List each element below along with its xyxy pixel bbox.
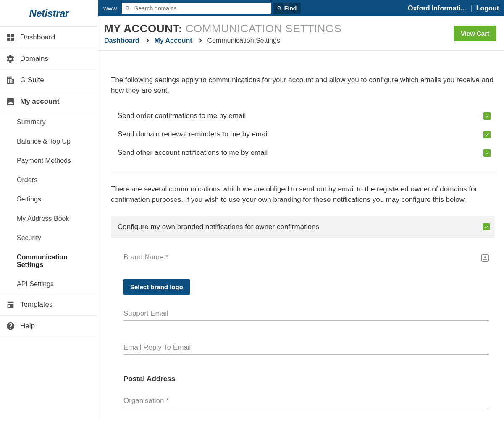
setting-label: Send order confirmations to me by email [118, 112, 483, 120]
contact-card-icon[interactable] [481, 254, 489, 262]
checkbox-checked-icon[interactable] [483, 131, 491, 138]
find-button[interactable]: Find [273, 3, 301, 14]
checkbox-checked-icon[interactable] [483, 223, 490, 230]
sidebar-sub-settings[interactable]: Settings [0, 190, 98, 209]
search-input[interactable] [122, 3, 271, 14]
view-cart-button[interactable]: View Cart [454, 26, 496, 41]
sidebar-sub-my-account: Summary Balance & Top Up Payment Methods… [0, 112, 98, 294]
help-icon [6, 322, 15, 331]
crumb-my-account[interactable]: My Account [154, 37, 192, 44]
logo[interactable]: Netistrar [0, 0, 98, 27]
templates-icon [6, 300, 15, 309]
sidebar-item-help[interactable]: Help [0, 316, 98, 337]
select-brand-logo-button[interactable]: Select brand logo [123, 279, 190, 295]
sidebar-item-label: My account [20, 97, 60, 106]
sidebar-item-templates[interactable]: Templates [0, 294, 98, 316]
intro-text: The following settings apply to communic… [111, 75, 495, 96]
sidebar-sub-summary[interactable]: Summary [0, 112, 98, 132]
page-title: MY ACCOUNT: COMMUNICATION SETTINGS [104, 22, 454, 35]
chevron-right-icon [145, 39, 149, 43]
sidebar-item-domains[interactable]: Domains [0, 48, 98, 70]
main-content: The following settings apply to communic… [98, 52, 504, 421]
sidebar-item-label: G Suite [20, 76, 44, 84]
search-wrap [122, 3, 271, 14]
sidebar-sub-orders[interactable]: Orders [0, 170, 98, 190]
account-name-link[interactable]: Oxford Informati... [408, 5, 466, 12]
search-icon [125, 5, 131, 11]
branding-form: Select brand logo Postal Address [111, 238, 495, 408]
page-header: MY ACCOUNT: COMMUNICATION SETTINGS Dashb… [98, 16, 504, 51]
sidebar: Netistrar Dashboard Domains G Suite My a… [0, 0, 98, 421]
sidebar-sub-address-book[interactable]: My Address Book [0, 209, 98, 228]
sidebar-item-my-account[interactable]: My account [0, 91, 98, 112]
checkbox-checked-icon[interactable] [483, 112, 491, 120]
organisation-input[interactable] [123, 394, 489, 408]
setting-other-notifications: Send other account notifications to me b… [111, 144, 495, 162]
building-icon [6, 76, 15, 85]
sidebar-sub-api-settings[interactable]: API Settings [0, 275, 98, 294]
crumb-dashboard[interactable]: Dashboard [104, 37, 139, 44]
sidebar-sub-payment-methods[interactable]: Payment Methods [0, 151, 98, 170]
branding-intro: There are several communications which w… [111, 184, 495, 205]
logout-link[interactable]: Logout [476, 5, 499, 12]
main-nav: Dashboard Domains G Suite My account Sum… [0, 27, 98, 337]
svg-rect-2 [7, 38, 10, 41]
topbar: www. Find Oxford Informati... | Logout [98, 0, 504, 16]
sidebar-sub-balance[interactable]: Balance & Top Up [0, 132, 98, 151]
brand-name-input[interactable] [123, 251, 477, 264]
divider [111, 173, 495, 173]
field-organisation [123, 394, 489, 408]
sidebar-sub-security[interactable]: Security [0, 228, 98, 248]
setting-label: Configure my own branded notifications f… [118, 223, 483, 231]
setting-label: Send domain renewal reminders to me by e… [118, 130, 483, 139]
search-icon [277, 5, 283, 11]
setting-renewal-reminders: Send domain renewal reminders to me by e… [111, 125, 495, 144]
account-icon [6, 97, 15, 106]
sidebar-item-gsuite[interactable]: G Suite [0, 70, 98, 91]
logo-text: Netistrar [29, 8, 68, 19]
find-label: Find [284, 5, 297, 12]
svg-rect-1 [11, 34, 14, 37]
support-email-input[interactable] [123, 307, 489, 321]
sidebar-item-label: Dashboard [20, 33, 55, 42]
sidebar-item-label: Templates [20, 301, 52, 309]
separator: | [470, 5, 472, 12]
field-reply-to-email [123, 341, 489, 355]
checkbox-checked-icon[interactable] [483, 149, 491, 157]
crumb-current: Communication Settings [207, 37, 280, 44]
svg-rect-0 [7, 34, 10, 37]
field-support-email [123, 307, 489, 321]
postal-address-heading: Postal Address [123, 375, 489, 383]
sidebar-sub-communication-settings[interactable]: Communication Settings [0, 248, 98, 275]
setting-branding-toggle: Configure my own branded notifications f… [111, 216, 495, 238]
sidebar-item-label: Help [20, 322, 35, 330]
search-prefix: www. [103, 5, 118, 12]
setting-order-confirmations: Send order confirmations to me by email [111, 107, 495, 125]
sidebar-item-label: Domains [20, 55, 48, 63]
sidebar-item-dashboard[interactable]: Dashboard [0, 27, 98, 48]
reply-to-email-input[interactable] [123, 341, 489, 355]
dashboard-icon [6, 33, 15, 42]
svg-rect-3 [11, 38, 14, 41]
field-brand-name [123, 251, 477, 264]
breadcrumbs: Dashboard My Account Communication Setti… [104, 37, 454, 44]
setting-label: Send other account notifications to me b… [118, 149, 483, 157]
gear-icon [6, 54, 15, 63]
chevron-right-icon [198, 39, 202, 43]
